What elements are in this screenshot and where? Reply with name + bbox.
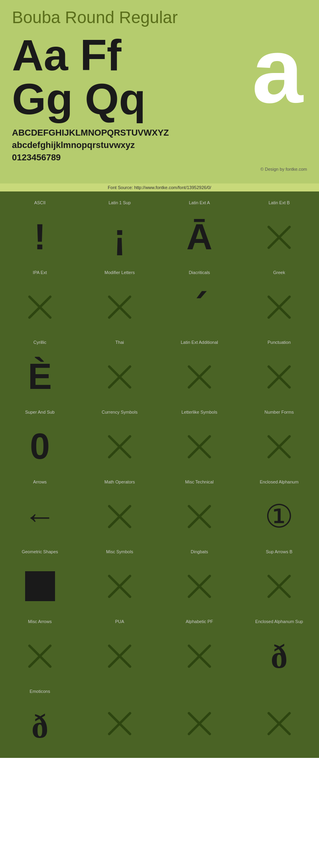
- cell-geometric: Geometric Shapes: [0, 544, 80, 614]
- cell-diacriticals: Diacriticals ˊ: [160, 265, 239, 335]
- cell-miscarrows: Misc Arrows: [0, 614, 80, 684]
- cell-label-misctechnical: Misc Technical: [185, 479, 213, 484]
- symbol-e-grave: È: [28, 356, 52, 397]
- cell-currency: Currency Symbols: [80, 405, 160, 475]
- cell-thai: Thai: [80, 335, 160, 405]
- x-mark-letterlike: [185, 433, 213, 461]
- cell-empty-1: [80, 684, 160, 754]
- font-source: Font Source: http://www.fontke.com/font/…: [0, 183, 319, 191]
- cell-latin1sup: Latin 1 Sup ¡: [80, 195, 160, 265]
- cell-suparrowsb: Sup Arrows B: [239, 544, 319, 614]
- cell-latinextadd: Latin Ext Additional: [160, 335, 239, 405]
- credits: © Design by fontke.com: [12, 167, 307, 172]
- cell-ascii: ASCII !: [0, 195, 80, 265]
- letter-large-a: a: [252, 25, 303, 117]
- x-mark-pua: [106, 642, 134, 670]
- cell-numberforms: Number Forms: [239, 405, 319, 475]
- x-mark-ipaext: [26, 293, 54, 321]
- cell-label-enclosed-alphanum: Enclosed Alphanum: [260, 479, 298, 484]
- letter-pair-gg: Gg: [12, 77, 73, 121]
- cell-empty-2: [160, 684, 239, 754]
- letter-pair-ff: Ff: [80, 33, 122, 77]
- cell-enclosed-alphanum: Enclosed Alphanum ①: [239, 475, 319, 544]
- symbol-eth-sup: ð: [271, 637, 288, 676]
- cell-empty-3: [239, 684, 319, 754]
- grid-row-6: Geometric Shapes Misc Symbols Dingbats S…: [0, 544, 319, 614]
- symbol-exclaim: !: [34, 217, 46, 258]
- cell-modifier: Modifier Letters: [80, 265, 160, 335]
- x-mark-greek: [265, 293, 293, 321]
- grid-row-4: Super And Sub 0 Currency Symbols Letterl…: [0, 405, 319, 475]
- cell-label-latinextadd: Latin Ext Additional: [181, 340, 218, 345]
- cell-label-letterlike: Letterlike Symbols: [181, 410, 217, 414]
- x-mark-suparrowsb: [265, 572, 293, 600]
- cell-enclosed-alphanum-sup: Enclosed Alphanum Sup ð: [239, 614, 319, 684]
- cell-label-suparrowsb: Sup Arrows B: [266, 549, 293, 554]
- sample-letters: Aa Ff a Gg Qq: [12, 33, 307, 121]
- cell-misctechnical: Misc Technical: [160, 475, 239, 544]
- grid-row-2: IPA Ext Modifier Letters Diacriticals ˊ …: [0, 265, 319, 335]
- cell-punctuation: Punctuation: [239, 335, 319, 405]
- grid-row-8: Emoticons ð: [0, 684, 319, 754]
- x-mark-empty-2: [185, 710, 213, 738]
- cell-label-enclosed-alphanum-sup: Enclosed Alphanum Sup: [255, 619, 303, 624]
- cell-label-thai: Thai: [115, 340, 124, 345]
- cell-label-punctuation: Punctuation: [268, 340, 291, 345]
- x-mark-numberforms: [265, 433, 293, 461]
- x-mark-dingbats: [185, 572, 213, 600]
- x-mark-currency: [106, 433, 134, 461]
- grid-row-3: Cyrillic È Thai Latin Ext Additional Pun…: [0, 335, 319, 405]
- cell-label-cyrillic: Cyrillic: [33, 340, 46, 345]
- cell-alphabeticpf: Alphabetic PF: [160, 614, 239, 684]
- cell-label-superandsub: Super And Sub: [25, 410, 55, 414]
- cell-label-geometric: Geometric Shapes: [22, 549, 58, 554]
- digits: 0123456789: [12, 152, 307, 164]
- cell-label-arrows: Arrows: [33, 479, 47, 484]
- cell-emoticons: Emoticons ð: [0, 684, 80, 754]
- cell-pua: PUA: [80, 614, 160, 684]
- alphabet-lower: abcdefghijklmnopqrstuvwxyz: [12, 139, 307, 152]
- cell-miscsymbols: Misc Symbols: [80, 544, 160, 614]
- cell-ipaext: IPA Ext: [0, 265, 80, 335]
- x-mark-miscsymbols: [106, 572, 134, 600]
- x-mark-thai: [106, 363, 134, 391]
- cell-label-pua: PUA: [115, 619, 124, 624]
- cell-label-miscsymbols: Misc Symbols: [106, 549, 133, 554]
- symbol-a-macron: Ā: [187, 217, 213, 258]
- cell-mathoperators: Math Operators: [80, 475, 160, 544]
- x-mark-empty-1: [106, 710, 134, 738]
- cell-label-dingbats: Dingbats: [191, 549, 208, 554]
- symbol-accent: ˊ: [191, 288, 207, 326]
- letter-pair-aa: Aa: [12, 33, 68, 77]
- grid-row-1: ASCII ! Latin 1 Sup ¡ Latin Ext A Ā Lati…: [0, 195, 319, 265]
- cell-latinextb: Latin Ext B: [239, 195, 319, 265]
- cell-greek: Greek: [239, 265, 319, 335]
- letter-pair-qq: Qq: [85, 77, 146, 121]
- symbol-arrow: ←: [24, 498, 56, 535]
- cell-label-numberforms: Number Forms: [264, 410, 293, 414]
- cell-arrows: Arrows ←: [0, 475, 80, 544]
- cell-label-latinexta: Latin Ext A: [189, 200, 210, 205]
- cell-label-mathoperators: Math Operators: [104, 479, 135, 484]
- x-mark-modifier: [106, 293, 134, 321]
- x-mark-latinextb: [265, 223, 293, 251]
- cell-label-latinextb: Latin Ext B: [268, 200, 289, 205]
- x-mark-latinextadd: [185, 363, 213, 391]
- cell-cyrillic: Cyrillic È: [0, 335, 80, 405]
- alphabet-section: ABCDEFGHIJKLMNOPQRSTUVWXYZ abcdefghijklm…: [12, 127, 307, 164]
- grid-row-7: Misc Arrows PUA Alphabetic PF Enclosed A…: [0, 614, 319, 684]
- grid-section: ASCII ! Latin 1 Sup ¡ Latin Ext A Ā Lati…: [0, 191, 319, 758]
- cell-label-latin1sup: Latin 1 Sup: [108, 200, 131, 205]
- x-mark-miscarrows: [26, 642, 54, 670]
- symbol-eth-emoticons: ð: [32, 706, 49, 746]
- cell-label-ipaext: IPA Ext: [33, 270, 47, 275]
- alphabet-upper: ABCDEFGHIJKLMNOPQRSTUVWXYZ: [12, 127, 307, 139]
- cell-label-greek: Greek: [273, 270, 285, 275]
- x-mark-empty-3: [265, 710, 293, 738]
- cell-label-miscarrows: Misc Arrows: [28, 619, 51, 624]
- symbol-circle-one: ①: [265, 498, 293, 535]
- cell-label-modifier: Modifier Letters: [104, 270, 135, 275]
- symbol-square: [25, 571, 55, 601]
- header-section: Bouba Round Regular Aa Ff a Gg Qq ABCDEF…: [0, 0, 319, 183]
- x-mark-misctechnical: [185, 503, 213, 531]
